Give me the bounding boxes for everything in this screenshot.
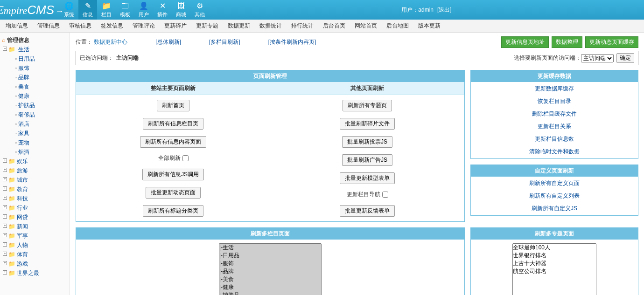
- subnav-12[interactable]: 后台地图: [386, 22, 409, 30]
- tree-other-1[interactable]: 旅游: [17, 167, 28, 174]
- subnav-0[interactable]: 增加信息: [6, 22, 28, 30]
- tree-toggle[interactable]: +: [3, 270, 7, 274]
- tree-other-4[interactable]: 科技: [17, 195, 28, 202]
- tree-toggle[interactable]: +: [3, 214, 7, 219]
- subnav-13[interactable]: 版本更新: [418, 22, 441, 30]
- topnav-6[interactable]: 🖼商城: [172, 0, 190, 20]
- right-refresh-btn-2[interactable]: 批量刷新投票JS: [342, 136, 392, 148]
- right-refresh-btn-1[interactable]: 批量刷新碎片文件: [340, 118, 395, 130]
- folder-icon: 📁: [8, 223, 15, 230]
- tree-child-1[interactable]: 服饰: [18, 65, 29, 71]
- custom-link-1[interactable]: 刷新所有自定义列表: [529, 192, 580, 200]
- logout-link[interactable]: [退出]: [437, 6, 452, 14]
- sel-access-select[interactable]: 主访问端: [581, 54, 614, 62]
- tree-child-9[interactable]: 宠物: [18, 139, 29, 146]
- subnav-7[interactable]: 数据更新: [228, 22, 250, 30]
- left-refresh-btn-1[interactable]: 刷新所有信息栏目页: [143, 118, 203, 130]
- multitopic-select[interactable]: 全球最帅100人世界银行排名上古十大神器航空公司排名: [512, 243, 596, 295]
- update-nav-checkbox[interactable]: [382, 192, 388, 198]
- tree-toggle[interactable]: +: [3, 205, 7, 209]
- tree-child-2[interactable]: 品牌: [18, 74, 29, 81]
- tree-toggle[interactable]: +: [3, 233, 7, 237]
- subnav-11[interactable]: 网站首页: [355, 22, 377, 30]
- cache-link-3[interactable]: 更新栏目关系: [538, 123, 571, 130]
- left-refresh-btn-0[interactable]: 刷新首页: [157, 100, 189, 111]
- tree-toggle[interactable]: +: [3, 168, 7, 172]
- right-refresh-btn-3[interactable]: 批量刷新广告JS: [342, 154, 392, 166]
- tree-toggle[interactable]: −: [3, 47, 7, 51]
- loc-link-0[interactable]: [总体刷新]: [155, 38, 181, 46]
- cache-link-1[interactable]: 恢复栏目目录: [538, 97, 571, 105]
- multicol-select[interactable]: |-生活|-日用品|-服饰|-品牌|-美食|-健康|-护肤品|-奢侈品|-酒店|…: [219, 243, 322, 295]
- topnav-3[interactable]: 🗔模板: [116, 0, 134, 20]
- loc-btn-2[interactable]: 更新动态页面缓存: [585, 36, 638, 48]
- tree-root[interactable]: 生活: [18, 46, 29, 53]
- tree-other-0[interactable]: 娱乐: [17, 158, 28, 165]
- tree-other-7[interactable]: 新闻: [17, 223, 28, 230]
- tree-toggle[interactable]: +: [3, 186, 7, 191]
- logo: EmpireCMS→: [0, 0, 60, 20]
- all-refresh-checkbox[interactable]: [182, 155, 189, 161]
- topnav-4[interactable]: 👤用户: [134, 0, 153, 20]
- left-refresh-btn-3[interactable]: 刷新所有信息JS调用: [142, 169, 204, 180]
- tree-other-6[interactable]: 网贷: [17, 214, 28, 220]
- all-refresh-check[interactable]: 全部刷新: [158, 154, 189, 162]
- folder-icon: 📁: [8, 167, 15, 174]
- custom-link-0[interactable]: 刷新所有自定义页面: [529, 179, 580, 187]
- tree-child-7[interactable]: 酒店: [18, 121, 29, 127]
- tree-child-8[interactable]: 家具: [18, 130, 29, 137]
- tree-other-2[interactable]: 城市: [17, 177, 28, 183]
- subnav-1[interactable]: 管理信息: [37, 22, 60, 30]
- tree-toggle[interactable]: +: [3, 177, 7, 181]
- right-refresh-btn-0[interactable]: 刷新所有专题页: [343, 100, 392, 111]
- left-refresh-btn-4[interactable]: 批量更新动态页面: [146, 187, 201, 199]
- loc-btn-0[interactable]: 更新信息页地址: [501, 36, 549, 48]
- tree-other-9[interactable]: 人物: [17, 242, 28, 248]
- cache-link-4[interactable]: 更新栏目信息数: [535, 135, 574, 143]
- topnav-7[interactable]: ⚙其他: [190, 0, 209, 20]
- tree-other-11[interactable]: 游戏: [17, 261, 28, 267]
- tree-other-5[interactable]: 行业: [17, 205, 28, 211]
- right-refresh-btn-5[interactable]: 批量更新反馈表单: [340, 205, 395, 217]
- subnav-10[interactable]: 后台首页: [323, 22, 345, 30]
- tree-other-8[interactable]: 军事: [17, 233, 28, 239]
- loc-link-2[interactable]: [按条件刷新内容页]: [268, 38, 316, 46]
- tree-child-10[interactable]: 烟酒: [18, 149, 29, 155]
- subnav-3[interactable]: 签发信息: [101, 22, 123, 30]
- tree-other-3[interactable]: 教育: [17, 186, 28, 192]
- topnav-5[interactable]: ✕插件: [153, 0, 172, 20]
- left-refresh-btn-2[interactable]: 刷新所有信息内容页面: [140, 136, 206, 148]
- subnav-9[interactable]: 排行统计: [291, 22, 314, 30]
- tree-child-5[interactable]: 护肤品: [18, 102, 35, 109]
- sel-ok-btn[interactable]: 确定: [616, 53, 634, 63]
- subnav-8[interactable]: 数据统计: [259, 22, 282, 30]
- cache-link-5[interactable]: 清除临时文件和数据: [529, 148, 580, 156]
- custom-link-2[interactable]: 刷新所有自定义JS: [532, 205, 577, 213]
- tree-toggle[interactable]: +: [3, 242, 7, 247]
- subnav-5[interactable]: 更新碎片: [164, 22, 187, 30]
- update-nav-check[interactable]: 更新栏目导航: [347, 191, 388, 199]
- tree-child-0[interactable]: 日用品: [18, 55, 35, 62]
- tree-toggle[interactable]: +: [3, 196, 7, 200]
- loc-btn-1[interactable]: 数据整理: [552, 36, 582, 48]
- loc-link-1[interactable]: [多栏目刷新]: [209, 38, 240, 46]
- tree-toggle[interactable]: +: [3, 158, 7, 163]
- subnav-4[interactable]: 管理评论: [133, 22, 155, 30]
- tree-toggle[interactable]: +: [3, 224, 7, 228]
- topnav-1[interactable]: ✎信息: [78, 0, 97, 20]
- tree-toggle[interactable]: +: [3, 261, 7, 265]
- tree-child-3[interactable]: 美食: [18, 83, 29, 90]
- cache-link-2[interactable]: 删除栏目缓存文件: [532, 110, 577, 118]
- left-refresh-btn-5[interactable]: 刷新所有标题分类页: [143, 205, 203, 217]
- cache-link-0[interactable]: 更新数据库缓存: [535, 85, 574, 93]
- tree-toggle[interactable]: +: [3, 252, 7, 256]
- right-refresh-btn-4[interactable]: 批量更新模型表单: [340, 172, 395, 184]
- subnav-6[interactable]: 更新专题: [196, 22, 218, 30]
- tree-child-4[interactable]: 健康: [18, 93, 29, 99]
- tree-other-10[interactable]: 体育: [17, 251, 28, 258]
- tree-other-12[interactable]: 世界之最: [17, 270, 39, 276]
- topnav-2[interactable]: 📁栏目: [97, 0, 116, 20]
- file-icon: ▫: [15, 74, 17, 81]
- subnav-2[interactable]: 审核信息: [69, 22, 91, 30]
- tree-child-6[interactable]: 奢侈品: [18, 111, 35, 118]
